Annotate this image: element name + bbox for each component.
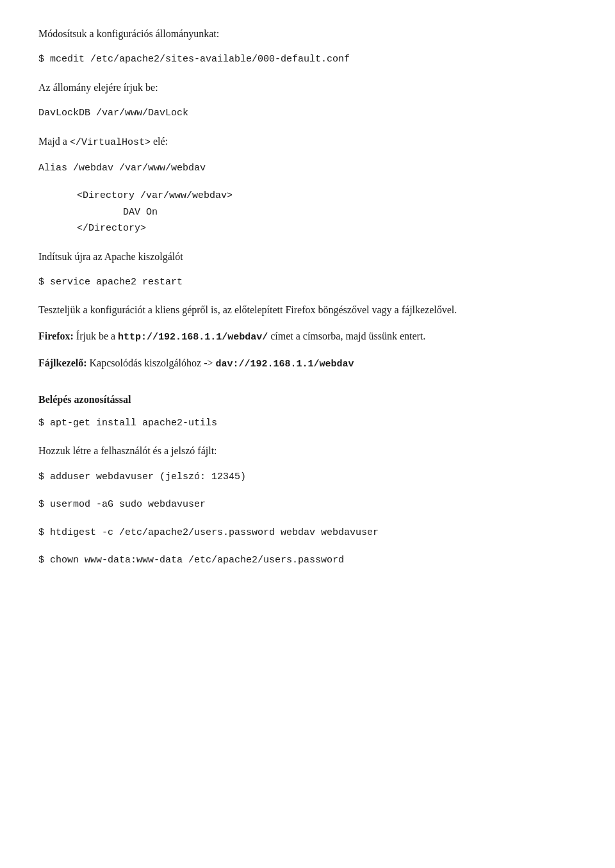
para-fajlkezelo: Fájlkezelő: Kapcsolódás kiszolgálóhoz ->… — [38, 355, 577, 373]
code-davlockdb: DavLockDB /var/www/DavLock — [38, 105, 577, 122]
code-alias: Alias /webdav /var/www/webdav — [38, 160, 577, 177]
para-hozzuk: Hozzuk létre a felhasználót és a jelszó … — [38, 443, 577, 459]
cmd-restart: $ service apache2 restart — [38, 274, 577, 291]
para-teszt: Teszteljük a konfigurációt a kliens gépr… — [38, 302, 577, 318]
para-allomany: Az állomány elejére írjuk be: — [38, 79, 577, 96]
cmd-aptget: $ apt-get install apache2-utils — [38, 415, 577, 432]
code-directory-block: <Directory /var/www/webdav> DAV On </Dir… — [77, 188, 577, 237]
fajlkezelo-label: Fájlkezelő: — [38, 357, 87, 368]
cmd-mcedit: $ mcedit /etc/apache2/sites-available/00… — [38, 51, 577, 68]
fajlkezelo-text-prefix: Kapcsolódás kiszolgálóhoz -> — [90, 357, 216, 368]
para-majd: Majd a </VirtualHost> elé: — [38, 133, 577, 151]
firefox-label: Firefox: — [38, 331, 74, 341]
page-content: Módosítsuk a konfigurációs állományunkat… — [38, 26, 577, 569]
firefox-text-prefix: Írjuk be a — [76, 331, 118, 341]
section-belepes: Belépés azonosítással — [38, 391, 577, 408]
firefox-url: http://192.168.1.1/webdav/ — [118, 332, 268, 343]
cmd-chown: $ chown www-data:www-data /etc/apache2/u… — [38, 552, 577, 569]
cmd-adduser: $ adduser webdavuser (jelszó: 12345) — [38, 469, 577, 486]
para-indit: Indítsuk újra az Apache kiszolgálót — [38, 249, 577, 265]
intro-heading: Módosítsuk a konfigurációs állományunkat… — [38, 26, 577, 42]
para-firefox: Firefox: Írjuk be a http://192.168.1.1/w… — [38, 328, 577, 346]
cmd-htdigest: $ htdigest -c /etc/apache2/users.passwor… — [38, 525, 577, 541]
fajlkezelo-url: dav://192.168.1.1/webdav — [216, 359, 354, 370]
cmd-usermod: $ usermod -aG sudo webdavuser — [38, 496, 577, 513]
firefox-text-suffix: címet a címsorba, majd üssünk entert. — [270, 331, 425, 341]
